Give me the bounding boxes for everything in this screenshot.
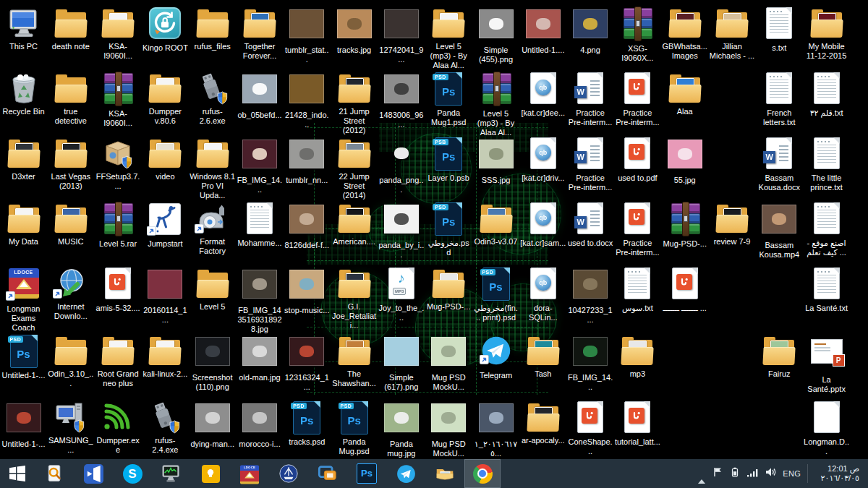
desktop-icon[interactable]: The little prince.txt — [804, 136, 849, 192]
desktop-icon[interactable]: This PC — [1, 6, 46, 51]
desktop-icon[interactable]: Internet Downlo... — [48, 266, 93, 321]
desktop-icon[interactable]: Mug-PSD-... — [426, 266, 472, 312]
desktop-icon[interactable]: PSDPsمخروطي(fin... print).psd — [473, 266, 519, 322]
desktop-icon[interactable]: PLa Santé.pptx — [804, 333, 849, 394]
desktop-icon[interactable]: kali-linux-2... — [142, 333, 188, 379]
taskbar-chrome[interactable] — [464, 459, 501, 488]
desktop-icon[interactable]: Longman.D... — [804, 400, 849, 456]
taskbar-telegram[interactable] — [386, 459, 425, 488]
desktop-icon[interactable]: PSDPsUntitled-1-... — [1, 333, 46, 380]
desktop-icon[interactable]: The Shawshan... — [331, 333, 377, 388]
desktop-icon[interactable]: 12316324_1... — [284, 333, 330, 392]
desktop-icon[interactable]: 4.png — [568, 6, 613, 55]
desktop-icon[interactable]: اصنع موقع - كيف تعلم ... — [804, 201, 849, 257]
desktop-icon[interactable]: 1483006_96... — [378, 71, 424, 129]
desktop-icon[interactable]: panda_by_i... — [378, 201, 424, 260]
desktop-icon[interactable]: SSS.jpg — [473, 136, 519, 185]
desktop-icon[interactable]: Jumpstart — [142, 201, 188, 249]
desktop-icon[interactable]: dying-man... — [190, 400, 235, 449]
start-button[interactable] — [0, 459, 35, 488]
taskbar-search-everything[interactable] — [35, 459, 74, 488]
desktop-icon[interactable]: Screenshot (110).png — [190, 333, 235, 392]
desktop-icon[interactable]: G.I. Joe_Retaliati... — [331, 266, 377, 330]
desktop-icon[interactable]: Simple (455).png — [473, 6, 519, 64]
desktop-icon[interactable]: KSA-I9060I... — [95, 6, 141, 61]
taskbar-system-monitor[interactable] — [152, 459, 191, 488]
language-indicator[interactable]: ENG — [783, 469, 801, 478]
desktop-icon[interactable]: stop-music... — [284, 266, 330, 315]
taskbar-google-keep[interactable] — [191, 459, 230, 488]
desktop-icon[interactable]: ♪MP3Joy_to_the_... — [378, 266, 424, 322]
desktop-icon[interactable]: ob_05befd... — [237, 71, 283, 120]
desktop-icon[interactable]: Level 5 — [190, 266, 235, 312]
desktop-icon[interactable]: Mohamme... — [237, 201, 283, 248]
desktop-icon[interactable]: Panda mug.jpg — [378, 400, 424, 458]
desktop-icon[interactable]: Level 5 (mp3) - By Alaa Al... — [473, 71, 519, 137]
desktop-icon[interactable]: Mug PSD MockU... — [426, 400, 472, 458]
desktop-icon[interactable]: PSDPsمخروطي.psd — [426, 201, 472, 257]
desktop-icon[interactable]: Odin_3.10_... — [48, 333, 93, 388]
desktop-icon[interactable]: death note — [48, 6, 93, 51]
desktop-icon[interactable]: Practice Pre-interm... — [615, 71, 660, 127]
desktop-icon[interactable]: qbdora-SQLin... — [520, 266, 566, 322]
taskbar-ldoce-dictionary[interactable]: LDOCE — [230, 459, 269, 488]
desktop-icon[interactable]: ـــــــ ـــــــ ... — [662, 266, 707, 313]
desktop-icon[interactable]: Odin3-v3.07 — [473, 201, 519, 247]
desktop-icon[interactable]: amis-5-32.... — [95, 266, 141, 313]
desktop-icon[interactable]: MUSIC — [48, 201, 93, 247]
desktop-icon[interactable]: Format Factory — [190, 201, 235, 256]
desktop-icon[interactable]: Together Forever... — [237, 6, 283, 61]
desktop-icon[interactable]: 22 Jump Street (2014) — [331, 136, 377, 200]
desktop-icon[interactable]: Dumpper.exe — [95, 400, 141, 455]
desktop-icon[interactable]: 12742041_9... — [378, 6, 424, 64]
desktop-icon[interactable]: قلم ٣٢.txt — [804, 71, 849, 118]
desktop-icon[interactable]: Mug-PSD-... — [662, 201, 707, 249]
desktop-icon[interactable]: PSDPsPanda Mug1.psd — [426, 71, 472, 127]
desktop-icon[interactable]: Recycle Bin — [1, 71, 46, 116]
desktop-icon[interactable]: WPractice Pre-interm... — [568, 71, 613, 127]
desktop-icon[interactable]: ConeShape... — [568, 400, 613, 456]
desktop-icon[interactable]: FB_IMG_14... — [568, 333, 613, 392]
desktop-icon[interactable]: FB_IMG_14... — [237, 136, 283, 194]
volume-button[interactable] — [765, 466, 776, 481]
clock[interactable]: 12:01 ص ٢٠١٦/٠٣/٠٥ — [814, 464, 862, 483]
taskbar-ship-globe-app[interactable] — [269, 459, 308, 488]
desktop-icon[interactable]: Level 5 (mp3) - By Alaa Al... — [426, 6, 472, 70]
desktop-icon[interactable]: true detective — [48, 71, 93, 126]
desktop-icon[interactable]: Kingo ROOT — [142, 6, 188, 53]
desktop-icon[interactable]: Mug PSD MockU... — [426, 333, 472, 392]
action-center-button[interactable] — [712, 466, 723, 481]
desktop-icon[interactable]: Jillian Michaels - ... — [710, 6, 755, 61]
desktop-icon[interactable]: Windows 8.1 Pro VI Upda... — [190, 136, 235, 200]
desktop-icon[interactable]: Bassam Kousa.mp4 — [757, 201, 802, 260]
desktop-icon[interactable]: old-man.jpg — [237, 333, 283, 382]
network-button[interactable] — [746, 466, 758, 481]
desktop-icon[interactable]: 10427233_1... — [568, 266, 613, 325]
desktop-icon[interactable]: My Data — [1, 201, 46, 247]
desktop-icon[interactable]: rufus-2.6.exe — [190, 71, 235, 126]
desktop-icon[interactable]: video — [142, 136, 188, 181]
desktop-icon[interactable]: Root Grand neo plus — [95, 333, 141, 388]
desktop-icon[interactable]: 8126ddef-f... — [284, 201, 330, 250]
desktop-icon[interactable]: Dumpper v.80.6 — [142, 71, 188, 126]
desktop-icon[interactable]: morocco-i... — [237, 400, 283, 449]
desktop-icon[interactable]: 55.jpg — [662, 136, 707, 185]
desktop-icon[interactable]: My Mobile 11-12-2015 — [804, 6, 849, 61]
desktop-icon[interactable]: PSDPstracks.psd — [284, 400, 330, 447]
desktop-icon[interactable]: tumblr_stat... — [284, 6, 330, 64]
desktop-icon[interactable]: Simple (617).png — [378, 333, 424, 392]
taskbar-photoshop[interactable]: Ps — [347, 459, 386, 488]
desktop-icon[interactable]: s.txt — [757, 6, 802, 53]
desktop-icon[interactable]: KSA-I9060I... — [95, 71, 141, 128]
desktop-icon[interactable]: Wused to.docx — [568, 201, 613, 248]
taskbar-skype[interactable]: S — [113, 459, 152, 488]
desktop-icon[interactable]: سوس.txt — [615, 266, 660, 313]
desktop-icon[interactable]: WBassam Kousa.docx — [757, 136, 802, 192]
desktop-icon[interactable]: ٢٠١٦٠٦١٧_١٥... — [473, 400, 519, 458]
desktop-icon[interactable]: 21428_indo... — [284, 71, 330, 129]
taskbar-visual-studio[interactable] — [74, 459, 113, 488]
desktop-icon[interactable]: rufus_files — [190, 6, 235, 51]
hidden-icons-button[interactable] — [698, 467, 705, 480]
desktop-icon[interactable]: SAMSUNG_... — [48, 400, 93, 455]
desktop-icon[interactable]: XSG-I9060X... — [615, 6, 660, 63]
